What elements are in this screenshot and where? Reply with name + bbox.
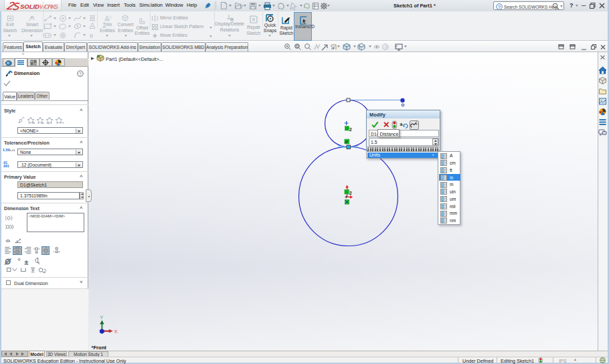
svg-text:*Front: *Front [92, 345, 107, 351]
svg-text:2: 2 [349, 127, 352, 132]
svg-text:Ø: Ø [5, 258, 11, 266]
svg-text:X: X [114, 329, 117, 335]
svg-text:Y: Y [100, 314, 103, 321]
svg-text:?: ? [498, 4, 501, 9]
svg-text:±: ± [400, 121, 402, 127]
svg-text:±: ± [25, 258, 28, 266]
svg-text:SOLID: SOLID [20, 3, 39, 10]
svg-text:?: ? [79, 72, 82, 76]
svg-text:2: 2 [349, 191, 352, 195]
